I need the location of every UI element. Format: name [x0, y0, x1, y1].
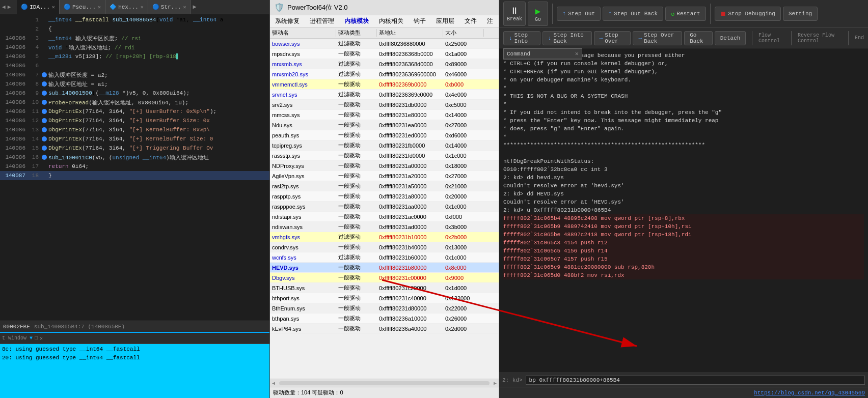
- tab-str[interactable]: 🔵 Str... ✕: [148, 0, 191, 14]
- table-row[interactable]: HEVD.sys 一般驱动 0xfffff80231b80000 0x8c000: [270, 263, 499, 273]
- table-row[interactable]: Ndu.sys 一般驱动 0xfffff80231ea0000 0x27000: [270, 120, 499, 130]
- ida-nav-forward[interactable]: ▶: [8, 4, 11, 10]
- debug-input[interactable]: [526, 376, 865, 385]
- table-row[interactable]: ndistapi.sys 一般驱动 0xfffff80231ac0000 0xf…: [270, 212, 499, 222]
- cell-driver-size: 0x1c000: [443, 153, 484, 159]
- cell-driver-type: 一般驱动: [336, 101, 377, 108]
- step-over-button[interactable]: → Step Over: [594, 31, 631, 45]
- table-row[interactable]: rassstp.sys 一般驱动 0xfffff80231fd0000 0x1c…: [270, 151, 499, 161]
- table-row[interactable]: srvnet.sys 过滤驱动 0xfffff80236369c0000 0x4…: [270, 90, 499, 100]
- table-row[interactable]: ndiswan.sys 一般驱动 0xfffff80231ad0000 0x3b…: [270, 222, 499, 232]
- ida-status: 00002FBE sub_1400865B4:7 (1400865BE): [0, 321, 269, 332]
- step-into-back-button[interactable]: ↓ Step Into Back: [542, 31, 592, 45]
- table-row[interactable]: AgileVpn.sys 一般驱动 0xfffff80231a20000 0x2…: [270, 171, 499, 181]
- tab-str-close[interactable]: ✕: [183, 4, 186, 10]
- detach-button[interactable]: Detach: [715, 31, 746, 45]
- step-out-icon: ↑: [562, 10, 566, 17]
- menu-more[interactable]: 注: [482, 15, 498, 27]
- table-row[interactable]: wcnfs.sys 过滤驱动 0xfffff80231b60000 0x1c00…: [270, 252, 499, 263]
- table-row[interactable]: peauth.sys 一般驱动 0xfffff80231ed0000 0xd60…: [270, 130, 499, 140]
- table-row[interactable]: mrxsmb20.sys 过滤驱动 0xfffff80236369600000 …: [270, 69, 499, 79]
- step-out-button[interactable]: ↑ Step Out: [557, 7, 601, 21]
- pause-button[interactable]: ⏸ Break: [503, 2, 526, 26]
- table-row[interactable]: raspptp.sys 一般驱动 0xfffff80231a80000 0x20…: [270, 191, 499, 202]
- menu-hook[interactable]: 钩子: [409, 15, 431, 27]
- table-row[interactable]: bthpan.sys 一般驱动 0xfffff80236a10000 0x260…: [270, 314, 499, 324]
- cell-driver-base: 0xfffff80231fb0000: [377, 143, 443, 149]
- step-over-back-button[interactable]: → Step Over Back: [633, 31, 682, 45]
- menu-system-fix[interactable]: 系统修复: [270, 15, 305, 27]
- cell-driver-size: 0x27000: [443, 122, 484, 128]
- log-minimize[interactable]: ▼: [30, 335, 33, 341]
- menu-kernel-module[interactable]: 内核模块: [339, 15, 374, 27]
- command-float-header: Command ✕: [504, 49, 582, 59]
- table-row[interactable]: vmmemctl.sys 一般驱动 0xfffff802369b0000 0xb…: [270, 79, 499, 90]
- table-row[interactable]: vmhgfs.sys 过滤驱动 0xfffff80231b10000 0x2b0…: [270, 232, 499, 242]
- table-row[interactable]: rasl2tp.sys 一般驱动 0xfffff80231a50000 0x21…: [270, 181, 499, 191]
- output-line-12: ****************************************…: [503, 141, 864, 149]
- cell-driver-size: 0x1c000: [443, 254, 484, 261]
- menu-file[interactable]: 文件: [459, 15, 482, 27]
- table-row[interactable]: tcpipreg.sys 一般驱动 0xfffff80231fb0000 0x1…: [270, 140, 499, 151]
- command-float-title: Command: [507, 51, 530, 57]
- step-over-back-icon: →: [638, 35, 642, 41]
- tab-pseudo[interactable]: 🔵 Pseu... ✕: [60, 0, 105, 14]
- power-scrollbar-h[interactable]: ◀ ▶: [270, 379, 499, 387]
- table-row[interactable]: srv2.sys 一般驱动 0xfffff80231db0000 0xc5000: [270, 100, 499, 110]
- menu-kernel-rel[interactable]: 内核相关: [374, 15, 409, 27]
- cell-driver-size: 0x22000: [443, 305, 484, 311]
- table-row[interactable]: bthport.sys 一般驱动 0xfffff80231c40000 0x13…: [270, 293, 499, 303]
- cell-driver-type: 过滤驱动: [336, 40, 377, 47]
- step-over-label: Step Over: [605, 32, 625, 44]
- cell-driver-name: bthport.sys: [270, 295, 336, 301]
- code-view: 1 __int64 __fastcall sub_1400865B4(void …: [0, 14, 269, 321]
- ida-nav-back[interactable]: ◀: [2, 4, 6, 10]
- step-out-label: Step Out: [568, 11, 595, 17]
- debug-status-link[interactable]: https://blog.csdn.net/qq_43045569: [754, 390, 865, 396]
- tab-hex-close[interactable]: ✕: [141, 4, 144, 10]
- tab-ida-close[interactable]: ✕: [52, 4, 55, 10]
- go-back-button[interactable]: Go Back: [684, 31, 713, 45]
- step-into-button[interactable]: ↓ Step Into: [503, 31, 540, 45]
- cell-driver-type: 过滤驱动: [336, 253, 377, 261]
- cell-driver-name: wcnfs.sys: [270, 254, 336, 261]
- output-line-13: [503, 149, 864, 157]
- table-row[interactable]: mrxsmb.sys 过滤驱动 0xfffff80236368d0000 0x8…: [270, 59, 499, 69]
- restart-button[interactable]: ↺ Restart: [665, 7, 706, 21]
- cell-driver-type: 一般驱动: [336, 152, 377, 159]
- table-row[interactable]: bowser.sys 过滤驱动 0xffff80236880000 0x2500…: [270, 39, 499, 49]
- stop-debug-button[interactable]: ⏹ Stop Debugging: [715, 7, 781, 21]
- log-close[interactable]: ✕: [40, 335, 43, 342]
- go-button[interactable]: ▶ Go: [528, 2, 548, 26]
- end-label: End: [855, 35, 864, 41]
- tab-pseudo-close[interactable]: ✕: [98, 4, 101, 10]
- step-out-back-button[interactable]: ↑ Step Out Back: [603, 7, 663, 21]
- tab-more[interactable]: ▶: [191, 2, 198, 12]
- cell-driver-base: 0xfffff80231a20000: [377, 173, 443, 179]
- pause-label: Break: [507, 16, 522, 22]
- log-tab-item[interactable]: t window: [2, 335, 26, 341]
- menu-app-layer[interactable]: 应用层: [431, 15, 459, 27]
- output-line-11: *: [503, 133, 864, 141]
- table-row[interactable]: condrv.sys 一般驱动 0xfffff80231b40000 0x130…: [270, 242, 499, 252]
- table-row[interactable]: BTHUSB.sys 一般驱动 0xfffff80231c20000 0x1d0…: [270, 283, 499, 293]
- table-row[interactable]: NDProxy.sys 一般驱动 0xfffff80231a00000 0x18…: [270, 161, 499, 171]
- table-row[interactable]: BthEnum.sys 一般驱动 0xfffff80231d80000 0x22…: [270, 303, 499, 314]
- table-row[interactable]: mmcss.sys 一般驱动 0xfffff80231e80000 0x1400…: [270, 110, 499, 120]
- table-row[interactable]: Dbgv.sys 一般驱动 0xfffff80231c00000 0x9000: [270, 273, 499, 283]
- table-row[interactable]: kEvP64.sys 一般驱动 0xfffff80236a40000 0x2d0…: [270, 324, 499, 334]
- log-maximize[interactable]: □: [35, 335, 38, 341]
- command-float-close[interactable]: ✕: [575, 50, 579, 58]
- cell-driver-base: 0xfffff80231c20000: [377, 285, 443, 291]
- settings-button[interactable]: Setting: [783, 7, 818, 21]
- cell-driver-size: 0x18000: [443, 163, 484, 169]
- tab-hex[interactable]: 🔷 Hex... ✕: [105, 0, 148, 14]
- power-footer: 驱动数量：104 可疑驱动：0: [270, 387, 499, 398]
- code-line-14: 140086 14 DbgPrintEx(77i64, 3i64, "[+] K…: [0, 134, 269, 144]
- cell-driver-size: 0x21000: [443, 183, 484, 189]
- output-line-22: fffff802`31c065b9 4889742410 mov qword p…: [503, 222, 864, 231]
- menu-process-mgr[interactable]: 进程管理: [305, 15, 339, 27]
- table-row[interactable]: mpsdrv.sys 一般驱动 0xfffff80236368b0000 0x1…: [270, 49, 499, 59]
- tab-ida[interactable]: 🔵 IDA... ✕: [17, 0, 60, 14]
- table-row[interactable]: raspppoe.sys 一般驱动 0xfffff80231aa0000 0x1…: [270, 202, 499, 212]
